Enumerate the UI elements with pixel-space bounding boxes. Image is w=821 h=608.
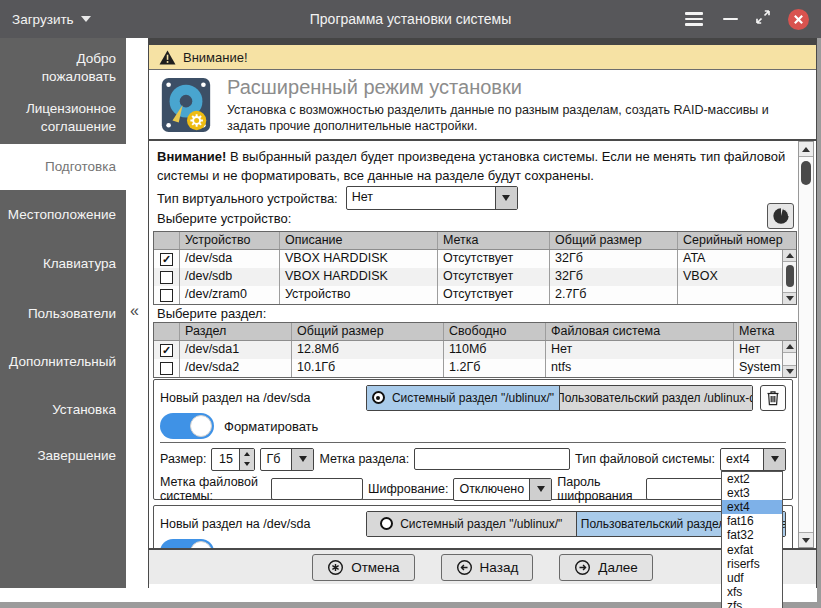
- stepper-up-button[interactable]: [240, 449, 254, 460]
- partition-row-sda1[interactable]: /dev/sda1 12.8Мб 110Мб Нет Нет: [154, 341, 796, 359]
- device-checkbox[interactable]: [160, 271, 173, 284]
- device-checkbox[interactable]: [160, 289, 173, 302]
- main-panel: Внимание! Расширенный режим установки: [148, 38, 817, 588]
- back-button[interactable]: Назад: [441, 554, 534, 581]
- device-row-sda[interactable]: /dev/sda VBOX HARDDISK Отсутствует 32Гб …: [154, 250, 796, 268]
- chevron-down-icon[interactable]: [763, 449, 785, 470]
- delete-partition-button[interactable]: [760, 385, 786, 411]
- next-arrow-icon: [574, 559, 591, 576]
- sidebar-item-preparation-active[interactable]: Подготовка: [0, 144, 126, 190]
- trash-icon: [766, 390, 780, 406]
- dropdown-option-fat32[interactable]: fat32: [722, 528, 782, 542]
- new-partition-label: Новый раздел на /dev/sda: [160, 391, 366, 405]
- scroll-down-button[interactable]: [783, 365, 796, 377]
- fs-type-select[interactable]: ext4 ext2 ext3 ext4 fat16 fat32 exfat ri…: [720, 448, 786, 471]
- radio-system-partition[interactable]: Системный раздел "/ublinux/": [367, 512, 576, 536]
- dropdown-option-exfat[interactable]: exfat: [722, 543, 782, 557]
- next-button[interactable]: Далее: [559, 554, 653, 581]
- partition-row-sda2[interactable]: /dev/sda2 10.1Гб 1.2Гб ntfs System: [154, 359, 796, 377]
- encryption-password-input[interactable]: [646, 478, 726, 500]
- filesystem-dropdown-list: ext2 ext3 ext4 fat16 fat32 exfat riserfs…: [721, 471, 783, 608]
- maximize-icon[interactable]: [755, 9, 771, 29]
- scrollbar-thumb[interactable]: [786, 265, 794, 287]
- virtual-device-select[interactable]: Нет: [346, 186, 518, 210]
- device-checkbox[interactable]: [160, 253, 173, 266]
- scroll-up-button[interactable]: [783, 250, 796, 262]
- window-footer: [0, 588, 821, 608]
- size-unit-value: Гб: [261, 449, 291, 470]
- scroll-up-button[interactable]: [783, 341, 796, 353]
- format-toggle-on[interactable]: [160, 413, 214, 439]
- intro-paragraph: Внимание! В выбранный раздел будет произ…: [157, 147, 793, 185]
- dropdown-option-fat16[interactable]: fat16: [722, 514, 782, 528]
- col-device: Устройство: [180, 232, 280, 249]
- sidebar-item-installation[interactable]: Установка: [0, 401, 126, 419]
- radio-system-partition[interactable]: Системный раздел "/ublinux/": [367, 386, 559, 410]
- partition-section-label: Выберите раздел:: [157, 306, 266, 321]
- hard-disk-icon: [157, 76, 215, 134]
- col-label: Метка: [438, 232, 550, 249]
- sidebar-item-location[interactable]: Местоположение: [0, 206, 126, 224]
- close-icon[interactable]: [788, 9, 809, 30]
- partition-table-scrollbar[interactable]: [782, 341, 796, 377]
- sidebar-item-keyboard[interactable]: Клавиатура: [0, 255, 126, 273]
- scroll-down-button[interactable]: [783, 292, 796, 304]
- scrollbar-thumb[interactable]: [801, 161, 811, 185]
- sidebar-nav: Добро пожаловать Лицензионное соглашение…: [0, 38, 126, 588]
- fs-label-input[interactable]: [271, 478, 363, 500]
- warning-triangle-icon: [159, 50, 176, 65]
- page-title: Расширенный режим установки: [227, 76, 787, 99]
- partition-type-radio-group: Системный раздел "/ublinux/" Пользовател…: [366, 385, 753, 411]
- cancel-button[interactable]: Отмена: [312, 554, 414, 581]
- col-total-size: Общий размер: [292, 323, 444, 340]
- radio-user-partition[interactable]: Пользовательский раздел /ublinux-data/: [559, 386, 752, 410]
- device-row-zram0[interactable]: /dev/zram0 Устройство Отсутствует 2.7Гб: [154, 286, 796, 304]
- page-subtitle: Установка с возможностью разделить данны…: [227, 102, 787, 134]
- size-unit-select[interactable]: Гб: [260, 448, 314, 471]
- sidebar-gutter: «: [126, 38, 148, 588]
- chevron-down-icon[interactable]: [495, 187, 517, 209]
- size-stepper[interactable]: 15: [211, 448, 255, 471]
- scroll-up-button[interactable]: [799, 142, 813, 157]
- device-row-sdb[interactable]: /dev/sdb VBOX HARDDISK Отсутствует 32Гб …: [154, 268, 796, 286]
- dropdown-option-ext2[interactable]: ext2: [722, 472, 782, 486]
- partition-table: Раздел Общий размер Свободно Файловая си…: [153, 322, 797, 378]
- chevron-down-icon[interactable]: [291, 449, 313, 470]
- partition-editor-1: Новый раздел на /dev/sda Системный разде…: [153, 379, 793, 500]
- disk-usage-chart-button[interactable]: [767, 203, 794, 229]
- virtual-device-label: Тип виртуального устройства:: [157, 191, 338, 206]
- sidebar-item-users[interactable]: Пользователи: [0, 305, 126, 323]
- menu-icon[interactable]: [682, 9, 706, 29]
- navigation-bar: Отмена Назад Далее: [149, 548, 816, 584]
- sidebar-item-finish[interactable]: Завершение: [0, 447, 126, 465]
- sidebar-item-welcome[interactable]: Добро пожаловать: [0, 50, 126, 86]
- minimize-icon[interactable]: [723, 18, 738, 21]
- partition-label-input[interactable]: [414, 448, 570, 470]
- encryption-select[interactable]: Отключено: [453, 478, 552, 501]
- load-menu-button[interactable]: Загрузить: [12, 12, 91, 27]
- partitioning-form: Внимание! В выбранный раздел будет произ…: [149, 141, 816, 548]
- scroll-down-button[interactable]: [799, 532, 813, 547]
- collapse-sidebar-button[interactable]: «: [130, 302, 139, 320]
- device-table-scrollbar[interactable]: [782, 250, 796, 304]
- divider: [160, 442, 786, 443]
- sidebar-item-additional[interactable]: Дополнительный: [0, 353, 126, 371]
- form-scrollbar[interactable]: [798, 141, 814, 548]
- dropdown-option-xfs[interactable]: xfs: [722, 585, 782, 599]
- fs-label-label: Метка файловой системы:: [160, 475, 266, 503]
- radio-checked-icon: [372, 391, 385, 404]
- dropdown-option-riserfs[interactable]: riserfs: [722, 557, 782, 571]
- stepper-down-button[interactable]: [240, 459, 254, 470]
- chevron-down-icon[interactable]: [529, 479, 551, 500]
- fs-type-label: Тип файловой системы:: [575, 452, 715, 466]
- partition-checkbox[interactable]: [160, 362, 173, 375]
- sidebar-item-license[interactable]: Лицензионное соглашение: [0, 100, 126, 136]
- dropdown-option-ext4-selected[interactable]: ext4: [722, 500, 782, 514]
- dropdown-option-ext3[interactable]: ext3: [722, 486, 782, 500]
- dropdown-option-zfs[interactable]: zfs: [722, 599, 782, 608]
- device-table: Устройство Описание Метка Общий размер С…: [153, 231, 797, 305]
- back-arrow-icon: [456, 559, 473, 576]
- dropdown-option-udf[interactable]: udf: [722, 571, 782, 585]
- new-partition-label: Новый раздел на /dev/sda: [160, 517, 366, 531]
- partition-checkbox[interactable]: [160, 344, 173, 357]
